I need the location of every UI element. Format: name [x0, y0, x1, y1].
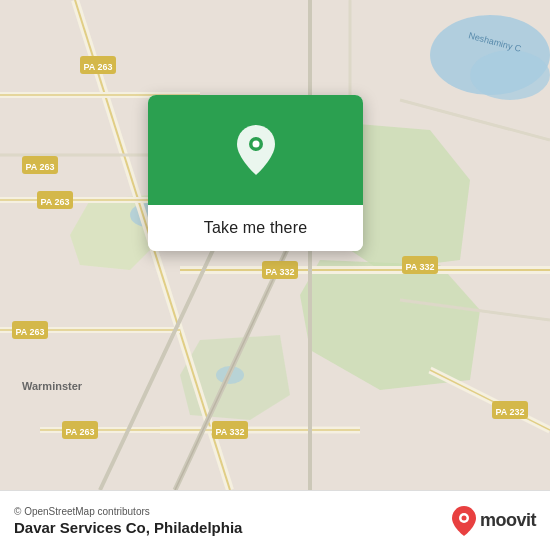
- svg-text:PA 263: PA 263: [65, 427, 94, 437]
- svg-text:PA 263: PA 263: [15, 327, 44, 337]
- svg-text:PA 332: PA 332: [405, 262, 434, 272]
- svg-text:PA 263: PA 263: [25, 162, 54, 172]
- svg-point-54: [252, 141, 259, 148]
- svg-point-56: [461, 515, 466, 520]
- svg-text:PA 332: PA 332: [215, 427, 244, 437]
- svg-text:PA 263: PA 263: [40, 197, 69, 207]
- svg-text:PA 232: PA 232: [495, 407, 524, 417]
- copyright-label: © OpenStreetMap contributors: [14, 506, 442, 517]
- map-view: PA 263 PA 263 PA 263 PA 263 PA 263 PA 33…: [0, 0, 550, 490]
- svg-text:PA 263: PA 263: [83, 62, 112, 72]
- popup-header: [148, 95, 363, 205]
- svg-text:Warminster: Warminster: [22, 380, 83, 392]
- take-me-there-button[interactable]: Take me there: [148, 205, 363, 251]
- location-pin-icon: [237, 125, 275, 175]
- moovit-logo: moovit: [452, 506, 536, 536]
- moovit-pin-icon: [452, 506, 476, 536]
- bottom-bar: © OpenStreetMap contributors Davar Servi…: [0, 490, 550, 550]
- moovit-brand-label: moovit: [480, 510, 536, 531]
- svg-point-6: [470, 50, 550, 100]
- location-popup: Take me there: [148, 95, 363, 251]
- location-name-label: Davar Services Co, Philadelphia: [14, 519, 442, 536]
- svg-text:PA 332: PA 332: [265, 267, 294, 277]
